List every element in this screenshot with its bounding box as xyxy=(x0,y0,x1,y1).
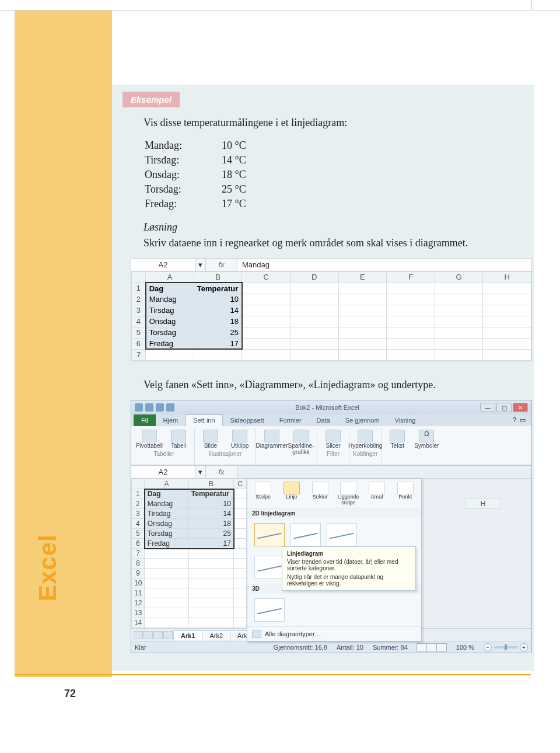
cell[interactable] xyxy=(387,338,435,349)
sheet-tab[interactable]: Ark2 xyxy=(202,630,230,640)
cell[interactable]: 18 xyxy=(194,316,242,327)
cell[interactable] xyxy=(483,316,531,327)
cell[interactable] xyxy=(387,283,435,294)
cell[interactable] xyxy=(145,598,188,608)
cell[interactable]: 10 xyxy=(194,294,242,305)
cell[interactable] xyxy=(145,588,188,598)
cell[interactable] xyxy=(234,559,247,569)
minimize-button[interactable]: — xyxy=(480,403,495,412)
col-header[interactable]: E xyxy=(338,271,387,283)
col-header[interactable]: B xyxy=(188,479,234,489)
formula-bar[interactable]: Mandag xyxy=(237,259,531,271)
cell[interactable] xyxy=(483,349,531,360)
view-layout-button[interactable] xyxy=(426,643,437,651)
cell[interactable] xyxy=(188,578,234,588)
text-button[interactable]: Tekst xyxy=(385,430,410,449)
sheet-nav-first[interactable] xyxy=(134,631,143,639)
cell[interactable]: Mandag xyxy=(145,499,188,509)
cell[interactable] xyxy=(435,338,483,349)
line-3d-subtype[interactable] xyxy=(254,598,285,622)
chart-type-area[interactable]: Areal xyxy=(365,482,390,506)
line-subtype-3[interactable] xyxy=(327,523,357,546)
cell[interactable] xyxy=(234,618,247,628)
name-box[interactable]: A2 xyxy=(131,466,195,478)
cell[interactable] xyxy=(145,559,188,569)
hyperlink-button[interactable]: Hyperkobling xyxy=(353,430,377,449)
cell[interactable]: Torsdag xyxy=(145,529,188,539)
symbols-button[interactable]: ΩSymboler xyxy=(414,430,439,449)
col-header[interactable]: D xyxy=(290,271,339,283)
line-subtype-4[interactable] xyxy=(254,556,285,579)
cell[interactable]: Temperatur xyxy=(194,283,242,294)
cell[interactable] xyxy=(387,294,435,305)
cell[interactable] xyxy=(435,349,483,360)
name-box-dropdown[interactable]: ▾ xyxy=(195,259,206,271)
cell[interactable] xyxy=(194,349,242,360)
col-header[interactable]: A xyxy=(145,479,188,489)
cell[interactable]: Fredag xyxy=(146,338,194,349)
pivottable-button[interactable]: Pivottabell xyxy=(137,430,162,449)
cell[interactable] xyxy=(242,294,290,305)
row-header[interactable]: 4 xyxy=(132,519,145,529)
cell[interactable] xyxy=(338,294,387,305)
picture-button[interactable]: Bilde xyxy=(198,430,223,449)
cell[interactable]: Fredag xyxy=(145,539,188,549)
cell[interactable] xyxy=(435,294,483,305)
cell[interactable] xyxy=(188,598,234,608)
redo-icon[interactable] xyxy=(166,403,174,412)
cell[interactable]: 17 xyxy=(188,539,234,549)
maximize-button[interactable]: ▢ xyxy=(496,403,512,412)
cell[interactable] xyxy=(234,519,247,529)
cell[interactable] xyxy=(145,549,188,559)
cell[interactable] xyxy=(188,608,234,618)
cell[interactable] xyxy=(435,316,483,327)
cell[interactable] xyxy=(483,338,531,349)
col-header[interactable]: G xyxy=(435,271,483,283)
cell[interactable] xyxy=(435,327,483,338)
formula-bar[interactable] xyxy=(237,466,531,478)
zoom-out-button[interactable]: − xyxy=(484,643,492,651)
line-subtype-1[interactable] xyxy=(254,523,285,546)
cell[interactable] xyxy=(188,588,234,598)
cell[interactable] xyxy=(483,327,531,338)
select-all-corner[interactable] xyxy=(132,479,145,489)
row-header[interactable]: 8 xyxy=(132,559,145,569)
save-icon[interactable] xyxy=(145,403,153,412)
tab-data[interactable]: Data xyxy=(309,414,338,426)
cell[interactable] xyxy=(338,327,387,338)
row-header[interactable]: 2 xyxy=(132,294,146,305)
cell[interactable]: 17 xyxy=(194,338,242,349)
tab-sideoppsett[interactable]: Sideoppsett xyxy=(223,414,272,426)
cell[interactable] xyxy=(290,349,339,360)
cell[interactable]: Dag xyxy=(146,283,194,294)
sheet-nav-last[interactable] xyxy=(163,631,173,639)
clipart-button[interactable]: Utklipp xyxy=(228,430,252,449)
cell[interactable] xyxy=(234,578,247,588)
slicer-button[interactable]: Slicer xyxy=(321,430,345,449)
cell[interactable] xyxy=(338,338,387,349)
cell[interactable] xyxy=(234,499,247,509)
col-header[interactable]: H xyxy=(465,498,501,509)
row-header[interactable]: 11 xyxy=(132,588,145,598)
col-header[interactable]: C xyxy=(234,479,247,489)
cell[interactable] xyxy=(242,327,290,338)
cell[interactable] xyxy=(242,316,290,327)
cell[interactable] xyxy=(234,608,247,618)
cell[interactable] xyxy=(234,539,247,549)
tab-sett-inn[interactable]: Sett inn xyxy=(186,414,222,426)
view-normal-button[interactable] xyxy=(416,643,427,651)
cell[interactable] xyxy=(483,283,531,294)
cell[interactable]: Tirsdag xyxy=(146,305,194,316)
zoom-slider[interactable] xyxy=(494,646,517,649)
col-header[interactable]: F xyxy=(387,271,435,283)
row-header[interactable]: 2 xyxy=(132,499,145,509)
chart-type-line[interactable]: Linje xyxy=(279,482,304,506)
name-box[interactable]: A2 xyxy=(131,259,195,271)
row-header[interactable]: 13 xyxy=(132,608,145,618)
sparkline-button[interactable]: Sparkline-grafikk xyxy=(289,430,313,455)
cell[interactable] xyxy=(338,349,387,360)
cell[interactable] xyxy=(290,327,339,338)
fx-label[interactable]: fx xyxy=(206,259,237,271)
row-header[interactable]: 9 xyxy=(132,569,145,578)
tab-hjem[interactable]: Hjem xyxy=(156,414,186,426)
